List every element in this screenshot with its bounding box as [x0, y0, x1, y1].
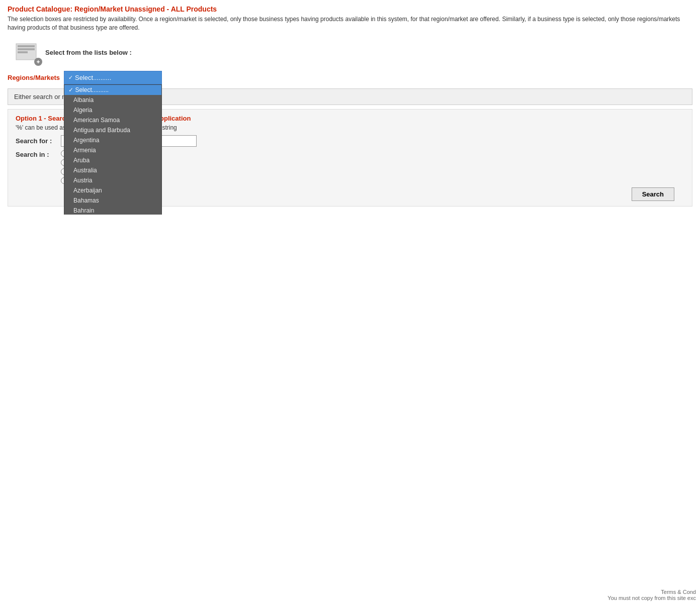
dropdown-item[interactable]: Azerbaijan [64, 185, 161, 195]
regions-label: Regions/Markets [8, 74, 60, 81]
dropdown-item[interactable]: American Samoa [64, 115, 161, 125]
dropdown-item[interactable]: Bahrain [64, 206, 161, 215]
page-description: The selection boxes are restricted by av… [8, 15, 692, 32]
logo-icon [15, 43, 45, 67]
search-for-label: Search for : [16, 137, 61, 145]
svg-rect-1 [18, 45, 35, 47]
dropdown-item[interactable]: Albania [64, 95, 161, 105]
checkmark-icon: ✓ [68, 74, 73, 81]
page-header: Product Catalogue: Region/Market Unassig… [0, 0, 700, 35]
dropdown-item[interactable]: Bahamas [64, 195, 161, 206]
regions-dropdown-trigger[interactable]: ✓ Select.......... [64, 71, 162, 84]
regions-dropdown-list[interactable]: ✓ Select..........AlbaniaAlgeriaAmerican… [64, 84, 162, 215]
dropdown-item[interactable]: ✓ Select.......... [64, 85, 161, 95]
logo-area: Select from the lists below : [8, 39, 692, 71]
instruction-label: Select from the lists below : [45, 49, 132, 60]
regions-dropdown-container[interactable]: ✓ Select.......... ✓ Select..........Alb… [64, 71, 162, 84]
search-in-label: Search in : [16, 150, 61, 158]
dropdown-item[interactable]: Algeria [64, 105, 161, 115]
dropdown-selected-value: Select.......... [75, 74, 111, 81]
dropdown-item[interactable]: Armenia [64, 145, 161, 155]
search-button[interactable]: Search [632, 187, 674, 201]
svg-rect-2 [18, 48, 35, 50]
svg-rect-3 [18, 51, 28, 53]
page-title: Product Catalogue: Region/Market Unassig… [8, 5, 692, 13]
form-section: Select from the lists below : Regions/Ma… [0, 35, 700, 215]
dropdown-item[interactable]: Australia [64, 165, 161, 175]
dropdown-item[interactable]: Antigua and Barbuda [64, 125, 161, 135]
dropdown-item[interactable]: Aruba [64, 155, 161, 165]
dropdown-item[interactable]: Argentina [64, 135, 161, 145]
regions-row: Regions/Markets ✓ Select.......... ✓ Sel… [8, 71, 692, 84]
dropdown-item[interactable]: Austria [64, 175, 161, 185]
